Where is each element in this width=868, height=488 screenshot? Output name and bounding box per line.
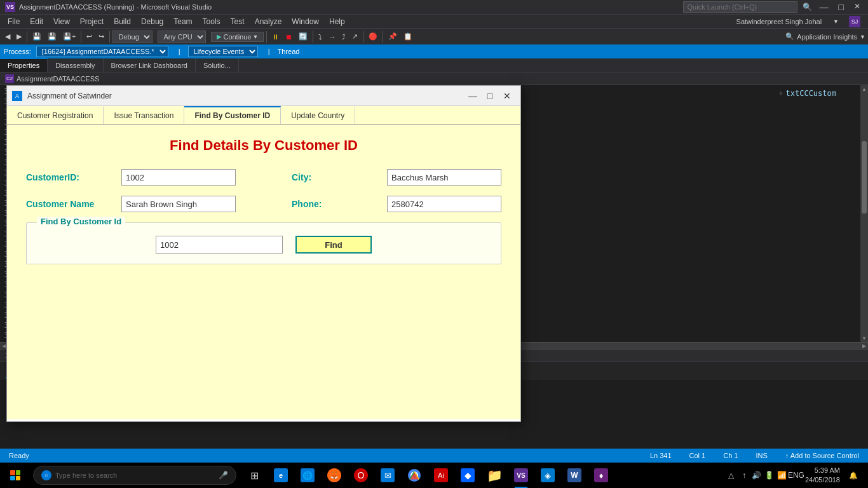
menu-project[interactable]: Project [75, 16, 109, 27]
panel-tab-browserlink[interactable]: Browser Link Dashboard [104, 58, 196, 72]
language-indicator[interactable]: ENG [791, 470, 801, 480]
menu-build[interactable]: Build [109, 16, 136, 27]
menu-tools[interactable]: Tools [198, 16, 226, 27]
menu-debug[interactable]: Debug [136, 16, 168, 27]
taskbar-app-edge[interactable]: e [268, 463, 294, 488]
taskbar-app-word[interactable]: W [562, 463, 587, 488]
scroll-up-arrow[interactable]: ▲ [860, 85, 868, 93]
toolbar-restart[interactable]: 🔄 [296, 31, 310, 42]
menu-help[interactable]: Help [324, 16, 350, 27]
taskbar-app-mail[interactable]: ✉ [375, 463, 400, 488]
menu-window[interactable]: Window [287, 16, 324, 27]
dropbox-icon: ◆ [461, 468, 475, 482]
continue-label: Continue [223, 33, 251, 41]
taskbar-app-firefox[interactable]: 🦊 [322, 463, 347, 488]
maximize-btn[interactable]: □ [836, 2, 846, 12]
customerid-input[interactable] [121, 169, 236, 186]
menu-file[interactable]: File [3, 16, 25, 27]
taskbar-app-vb[interactable]: ♦ [588, 463, 614, 488]
toolbar-save[interactable]: 💾 [30, 31, 44, 42]
minimize-btn[interactable]: — [817, 2, 831, 12]
toolbar-debug4[interactable]: ↗ [349, 31, 360, 42]
toolbar-pause[interactable]: ⏸ [269, 32, 281, 42]
system-clock[interactable]: 5:39 AM 24/05/2018 [805, 466, 840, 485]
app-insights-dropdown[interactable]: ▼ [860, 34, 865, 40]
scroll-thumb-area[interactable] [860, 93, 868, 334]
vs-dialog: A Assignment of Satwinder — □ ✕ Customer… [6, 85, 521, 422]
toolbar-redo[interactable]: ↪ [96, 31, 107, 42]
toolbar-debug3[interactable]: ⤴ [339, 32, 348, 42]
taskbar-search-bar[interactable]: ○ Type here to search 🎤 [33, 466, 236, 485]
taskbar-app-dropbox[interactable]: ◆ [455, 463, 480, 488]
close-btn[interactable]: ✕ [851, 2, 863, 12]
systray-battery[interactable]: 📶 [777, 470, 787, 480]
lifecycle-select[interactable]: Lifecycle Events [188, 46, 258, 57]
scroll-right-arrow[interactable]: ▶ [860, 342, 868, 350]
menu-edit[interactable]: Edit [25, 16, 48, 27]
scroll-down-arrow[interactable]: ▼ [860, 334, 868, 342]
tab-customer-registration[interactable]: Customer Registration [7, 106, 104, 124]
systray-volume[interactable]: 🔊 [752, 470, 762, 480]
toolbar-stop[interactable]: ⏹ [283, 32, 295, 42]
city-input[interactable] [387, 169, 501, 186]
taskbar-app-explorer[interactable]: 📁 [482, 463, 507, 488]
city-label: City: [292, 172, 374, 182]
process-bar: Process: [16624] AssignmentDATAACCESS.* … [0, 44, 868, 58]
taskbar-app-vscode[interactable]: ◈ [535, 463, 560, 488]
menu-test[interactable]: Test [226, 16, 250, 27]
toolbar-debug2[interactable]: → [326, 32, 338, 42]
quick-launch-input[interactable] [683, 1, 797, 13]
toolbar-breakpoint[interactable]: 🔴 [366, 31, 380, 42]
menu-analyze[interactable]: Analyze [250, 16, 287, 27]
start-button[interactable] [0, 463, 31, 488]
systray-upload[interactable]: ↑ [739, 470, 749, 480]
continue-button[interactable]: ▶ Continue ▼ [211, 32, 264, 42]
vs-titlebar: VS AssignmentDATAACCESS (Running) - Micr… [0, 0, 868, 14]
taskbar-app-chrome[interactable] [402, 463, 427, 488]
menu-view[interactable]: View [48, 16, 75, 27]
customername-input[interactable] [121, 196, 236, 212]
taskbar-app-acrobat[interactable]: Ai [428, 463, 454, 488]
taskbar-app-ie[interactable]: 🌐 [295, 463, 320, 488]
tab-update-country[interactable]: Update Country [281, 106, 355, 124]
process-select[interactable]: [16624] AssignmentDATAACCESS.* [36, 46, 168, 57]
debug-config-select[interactable]: Debug [112, 30, 153, 43]
panel-tab-solution[interactable]: Solutio... [196, 58, 239, 72]
taskbar-app-opera[interactable]: O [348, 463, 374, 488]
systray-expand[interactable]: △ [726, 470, 736, 480]
taskbar-app-taskview[interactable]: ⊞ [241, 463, 267, 488]
cpu-select[interactable]: Any CPU [158, 30, 206, 43]
panel-tab-disassembly[interactable]: Disassembly [48, 58, 103, 72]
toolbar-misc2[interactable]: 📋 [401, 31, 415, 42]
dialog-minimize-btn[interactable]: — [465, 88, 481, 104]
systray-network[interactable]: 🔋 [764, 470, 775, 480]
menu-team[interactable]: Team [168, 16, 197, 27]
voice-search-icon[interactable]: 🎤 [219, 471, 228, 480]
toolbar-save2[interactable]: 💾 [45, 31, 59, 42]
taskbar-app-vs[interactable]: VS [508, 463, 534, 488]
status-source-control[interactable]: ↑ Add to Source Control [782, 452, 863, 459]
right-scrollbar[interactable]: ▲ ▼ [860, 85, 868, 342]
breadcrumb-bar: C# AssignmentDATAACCESS [0, 72, 868, 85]
toolbar-debug1[interactable]: ⤵ [316, 32, 325, 42]
find-button[interactable]: Find [295, 236, 372, 254]
status-right: Ln 341 Col 1 Ch 1 INS ↑ Add to Source Co… [646, 452, 863, 459]
dialog-close-btn[interactable]: ✕ [499, 88, 515, 104]
panel-tab-properties[interactable]: Properties [0, 58, 48, 72]
edge-icon: e [274, 468, 288, 482]
toolbar-forward[interactable]: ▶ [14, 31, 24, 42]
find-id-input[interactable] [156, 236, 283, 254]
toolbar-back[interactable]: ◀ [3, 31, 13, 42]
app-insights-label[interactable]: Application Insights [797, 33, 857, 41]
tab-find-by-customer-id[interactable]: Find By Customer ID [184, 106, 281, 124]
tab-issue-transaction[interactable]: Issue Transaction [104, 106, 184, 124]
dialog-maximize-btn[interactable]: □ [482, 88, 498, 104]
toolbar-misc1[interactable]: 📌 [386, 31, 400, 42]
scroll-thumb[interactable] [862, 141, 867, 214]
toolbar-undo[interactable]: ↩ [84, 31, 95, 42]
vscode-icon: ◈ [541, 468, 555, 482]
toolbar-save-all[interactable]: 💾+ [60, 31, 78, 42]
notification-button[interactable]: 🔔 [844, 463, 863, 488]
user-dropdown-icon[interactable]: ▼ [828, 17, 844, 26]
phone-input[interactable] [387, 196, 501, 212]
